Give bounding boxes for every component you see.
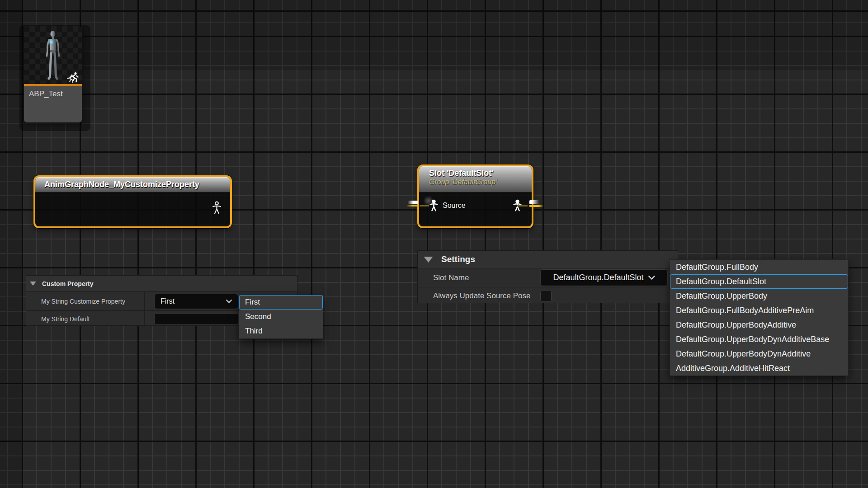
highlight-wire-stub-right — [529, 205, 543, 207]
settings-panel-header[interactable]: Settings — [418, 251, 678, 268]
pin-connector-line-left — [420, 205, 429, 206]
source-pin-label: Source — [443, 202, 466, 210]
node-animgraph-customize-property[interactable]: AnimGraphNode_MyCustomizeProperty — [33, 175, 232, 228]
settings-panel: Settings Slot Name DefaultGroup.DefaultS… — [417, 250, 678, 303]
node-header[interactable]: AnimGraphNode_MyCustomizeProperty — [35, 177, 230, 192]
slot-name-dropdown-popup: DefaultGroup.FullBodyDefaultGroup.Defaul… — [670, 259, 849, 376]
dropdown-option[interactable]: Third — [239, 324, 323, 338]
dropdown-option[interactable]: DefaultGroup.UpperBody — [670, 289, 848, 303]
node-title: AnimGraphNode_MyCustomizeProperty — [44, 180, 199, 189]
node-subtitle: Group 'DefaultGroup' — [429, 178, 532, 186]
combobox-value: DefaultGroup.DefaultSlot — [553, 273, 643, 282]
property-label: Always Update Source Pose — [433, 291, 530, 300]
dropdown-option[interactable]: Second — [239, 310, 323, 324]
collapse-triangle-icon[interactable] — [423, 257, 434, 263]
collapse-triangle-icon[interactable] — [30, 282, 36, 286]
output-pose-pin-icon[interactable] — [212, 201, 222, 214]
dropdown-option[interactable]: DefaultGroup.FullBodyAdditivePreAim — [670, 303, 848, 318]
wire-bubble — [423, 196, 434, 206]
my-string-customize-property-combobox[interactable]: First — [154, 294, 238, 309]
graph-origin-shade-left — [0, 0, 22, 488]
dropdown-option[interactable]: DefaultGroup.DefaultSlot — [670, 274, 848, 289]
node-body: Slot 'DefaultSlot' Group 'DefaultGroup' … — [419, 166, 532, 226]
pin-connector-line-right — [517, 205, 528, 206]
running-figures-icon — [66, 70, 81, 85]
graph-canvas[interactable] — [0, 0, 868, 488]
node-body: AnimGraphNode_MyCustomizeProperty — [35, 177, 230, 226]
string-property-dropdown-popup: FirstSecondThird — [239, 295, 323, 339]
property-label: My String Customize Property — [41, 298, 125, 305]
node-header[interactable]: Slot 'DefaultSlot' Group 'DefaultGroup' — [419, 166, 532, 192]
property-row: Slot Name DefaultGroup.DefaultSlot — [418, 268, 678, 287]
node-slot-defaultslot[interactable]: Slot 'DefaultSlot' Group 'DefaultGroup' … — [417, 164, 533, 228]
property-label: Slot Name — [433, 273, 469, 282]
custom-property-panel-header[interactable]: Custom Property — [26, 276, 297, 292]
mannequin-icon — [43, 30, 63, 81]
pose-wire-stub-left — [408, 201, 418, 204]
panel-header-label: Settings — [441, 254, 475, 264]
property-row: Always Update Source Pose — [418, 287, 678, 304]
pose-wire-stub-right — [529, 200, 539, 204]
dropdown-option[interactable]: DefaultGroup.UpperBodyDynAdditiveBase — [670, 332, 848, 347]
panel-header-label: Custom Property — [42, 280, 94, 287]
asset-thumbnail — [24, 26, 82, 84]
node-title: Slot 'DefaultSlot' — [429, 169, 532, 178]
chevron-down-icon — [648, 276, 655, 280]
asset-card[interactable]: ABP_Test Animation Blue… — [24, 26, 82, 122]
dropdown-option[interactable]: DefaultGroup.UpperBodyAdditive — [670, 318, 848, 332]
highlight-wire-stub-left — [407, 205, 418, 206]
dropdown-option[interactable]: AdditiveGroup.AdditiveHitReact — [670, 361, 848, 375]
dropdown-option[interactable]: DefaultGroup.FullBody — [670, 260, 848, 274]
always-update-source-pose-checkbox[interactable] — [540, 290, 552, 301]
graph-origin-shade-top — [0, 0, 868, 70]
dropdown-option[interactable]: DefaultGroup.UpperBodyDynAdditive — [670, 347, 848, 361]
chevron-down-icon — [226, 300, 232, 303]
combobox-value: First — [160, 297, 175, 305]
slot-name-combobox[interactable]: DefaultGroup.DefaultSlot — [540, 269, 668, 286]
asset-card-title: ABP_Test — [29, 89, 63, 99]
dropdown-option[interactable]: First — [239, 295, 323, 310]
my-string-default-input[interactable] — [154, 313, 238, 325]
property-label: My String Default — [41, 315, 90, 323]
